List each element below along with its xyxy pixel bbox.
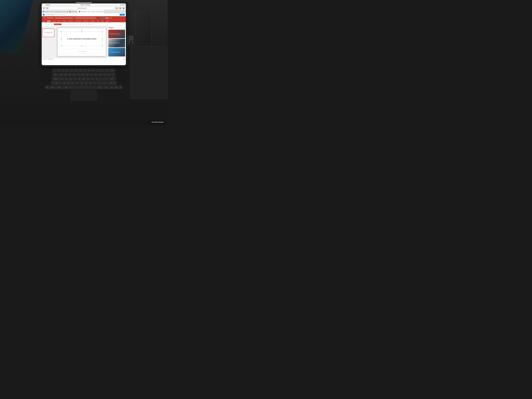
search-find-button[interactable]: 🔍 <box>88 23 90 25</box>
more-text-button[interactable]: ••• <box>73 23 76 25</box>
key-v[interactable]: V <box>75 81 79 85</box>
key-bracket-left[interactable]: [ <box>103 73 107 76</box>
handle-bottom-middle[interactable] <box>81 45 82 46</box>
menu-slide-show[interactable]: Slide Show <box>83 20 89 22</box>
key-cmd-left[interactable]: cmd <box>63 86 69 89</box>
menu-file[interactable]: File <box>43 20 45 22</box>
key-equals[interactable]: = <box>105 69 109 72</box>
menu-transitions[interactable]: Transitions <box>68 20 74 22</box>
key-s[interactable]: S <box>64 77 68 81</box>
key-semicolon[interactable]: ; <box>99 77 103 81</box>
menu-draw[interactable]: Draw <box>57 20 61 22</box>
key-o[interactable]: O <box>94 73 98 76</box>
cut-button[interactable]: ✂ <box>51 23 52 25</box>
settings-icon[interactable]: ⚙ <box>97 17 100 19</box>
key-n[interactable]: N <box>84 81 88 85</box>
refresh-button[interactable]: ↻ <box>116 7 118 9</box>
browser-tab-3[interactable]: Presentation 1.pptx - Microsoft PowerPoi… <box>78 10 104 13</box>
key-b[interactable]: B <box>80 81 84 85</box>
key-u[interactable]: U <box>85 73 89 76</box>
menu-view[interactable]: View <box>96 20 100 22</box>
designer-suggestion-2[interactable]: A Very Important Presentation Deck <box>108 39 125 47</box>
key-4[interactable]: 4 <box>70 69 74 72</box>
key-x[interactable]: X <box>67 81 71 85</box>
share-button[interactable]: Share <box>105 17 109 19</box>
key-7[interactable]: 7 <box>83 69 87 72</box>
profile-icon[interactable]: 👤 <box>101 17 104 19</box>
key-w[interactable]: W <box>63 73 67 76</box>
browser-forward-button[interactable]: › <box>46 7 49 9</box>
trackpad[interactable] <box>71 90 97 101</box>
tabs-button[interactable]: ⊞ <box>122 7 125 9</box>
key-bracket-right[interactable]: ] <box>107 73 111 76</box>
key-6[interactable]: 6 <box>78 69 82 72</box>
bold-button[interactable]: B <box>69 23 71 25</box>
key-q[interactable]: Q <box>59 73 63 76</box>
key-shift-left[interactable]: shift <box>51 81 62 85</box>
slide-title-box[interactable]: A Very Important Presentation Deck <box>61 32 102 46</box>
key-0[interactable]: 0 <box>96 69 100 72</box>
key-arrow-right[interactable]: ▶ <box>119 86 123 89</box>
browser-back-button[interactable]: ‹ <box>43 7 45 9</box>
key-5[interactable]: 5 <box>74 69 78 72</box>
key-8[interactable]: 8 <box>87 69 91 72</box>
menu-design[interactable]: Design <box>62 20 66 22</box>
key-y[interactable]: Y <box>81 73 85 76</box>
key-2[interactable]: 2 <box>61 69 65 72</box>
key-c[interactable]: C <box>71 81 75 85</box>
file-name-label[interactable]: Presentation 1 · Saved to OneDrive ✓ <box>55 17 74 19</box>
key-backslash[interactable]: \ <box>111 73 115 76</box>
indent-button[interactable]: ⇥ <box>82 23 84 25</box>
font-size-up-button[interactable]: A↑ <box>63 23 65 25</box>
browser-tab-2[interactable]: PowerPoint <box>68 10 78 13</box>
key-minus[interactable]: - <box>100 69 104 72</box>
key-slash[interactable]: / <box>101 81 105 85</box>
key-p[interactable]: P <box>98 73 102 76</box>
key-1[interactable]: 1 <box>57 69 61 72</box>
menu-insert[interactable]: Insert <box>52 20 56 22</box>
designer-suggestion-3[interactable]: A Very Important Presentation Deck <box>108 48 125 57</box>
key-l[interactable]: L <box>95 77 99 81</box>
handle-rotate[interactable] <box>81 30 82 31</box>
key-option-left[interactable]: option <box>56 86 63 89</box>
undo-button[interactable]: ↩ <box>43 23 45 25</box>
key-t[interactable]: T <box>76 73 81 76</box>
handle-bottom-left[interactable] <box>61 45 62 46</box>
more-toolbar-button[interactable]: ••• <box>91 23 93 25</box>
handle-middle-left[interactable] <box>61 38 62 39</box>
key-3[interactable]: 3 <box>65 69 70 72</box>
browser-tab-1[interactable]: My device - Diawi - Development and In-h… <box>42 10 68 13</box>
key-m[interactable]: M <box>89 81 92 85</box>
key-return[interactable]: return <box>108 77 116 81</box>
menu-help[interactable]: Help <box>101 20 104 22</box>
handle-bottom-right[interactable] <box>102 45 103 46</box>
key-backtick[interactable]: ~` <box>52 69 56 72</box>
key-tab[interactable]: tab <box>52 73 59 76</box>
key-control[interactable]: control <box>50 86 56 89</box>
key-shift-right[interactable]: shift <box>106 81 116 85</box>
key-e[interactable]: E <box>68 73 72 76</box>
ribbon-search-input[interactable] <box>75 17 96 19</box>
designer-close-button[interactable]: ✕ <box>124 27 125 28</box>
new-slide-button[interactable]: + New Slide ▾ <box>54 24 62 25</box>
font-size-down-button[interactable]: A↓ <box>66 23 68 25</box>
key-spacebar[interactable] <box>70 86 96 89</box>
handle-top-left[interactable] <box>61 31 62 32</box>
key-j[interactable]: J <box>86 77 90 81</box>
handle-middle-right[interactable] <box>102 38 103 39</box>
draw-button[interactable]: ✎ <box>85 23 87 25</box>
key-a[interactable]: A <box>60 77 64 81</box>
slide-subtitle-box[interactable]: Click to add subtitle <box>61 49 102 54</box>
menu-review[interactable]: Review <box>90 20 95 22</box>
slide-canvas[interactable]: A Very Important Presentation Deck Click… <box>58 28 106 56</box>
key-g[interactable]: G <box>77 77 81 81</box>
key-z[interactable]: Z <box>62 81 66 85</box>
share-button[interactable]: ⬆ <box>119 7 121 9</box>
designer-suggestion-1[interactable]: A Very Important Presentation Deck <box>108 30 125 38</box>
key-caps-lock[interactable]: caps lock <box>52 77 60 81</box>
key-k[interactable]: K <box>90 77 95 81</box>
key-f[interactable]: F <box>73 77 77 81</box>
key-h[interactable]: H <box>82 77 86 81</box>
slide-1-thumbnail[interactable]: A Very Important Presentation Deck <box>43 29 54 37</box>
redo-button[interactable]: ↪ <box>45 23 47 25</box>
